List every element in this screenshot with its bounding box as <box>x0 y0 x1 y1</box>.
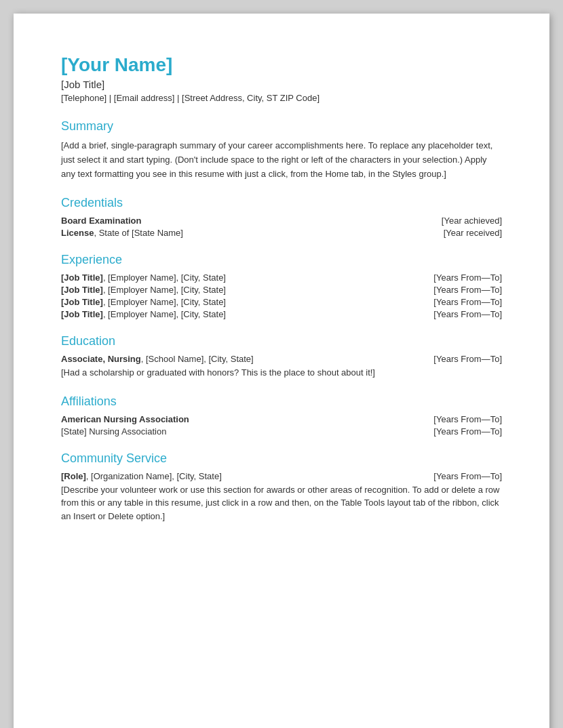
education-section: Education Associate, Nursing, [School Na… <box>61 334 502 380</box>
affiliations-title: Affiliations <box>61 395 502 409</box>
affiliation-item-2: [State] Nursing Association <box>61 426 166 437</box>
affiliation-item-1: American Nursing Association <box>61 414 189 424</box>
community-service-section: Community Service [Role], [Organization … <box>61 451 502 523</box>
experience-row-2: [Job Title], [Employer Name], [City, Sta… <box>61 285 502 295</box>
resume-page: [Your Name] [Job Title] [Telephone] | [E… <box>14 14 549 728</box>
education-row-1: Associate, Nursing, [School Name], [City… <box>61 354 502 364</box>
experience-row-3: [Job Title], [Employer Name], [City, Sta… <box>61 297 502 307</box>
header-section: [Your Name] [Job Title] [Telephone] | [E… <box>61 54 502 103</box>
credentials-row-2: License, State of [State Name] [Year rec… <box>61 228 502 238</box>
credentials-title: Credentials <box>61 196 502 210</box>
credentials-item-2-right: [Year received] <box>444 228 502 238</box>
credentials-section: Credentials Board Examination [Year achi… <box>61 196 502 238</box>
cs-right-1: [Years From—To] <box>433 471 502 481</box>
edu-right-1: [Years From—To] <box>433 354 502 364</box>
experience-row-4: [Job Title], [Employer Name], [City, Sta… <box>61 309 502 319</box>
exp-right-1: [Years From—To] <box>433 272 502 283</box>
experience-row-1: [Job Title], [Employer Name], [City, Sta… <box>61 272 502 283</box>
summary-title: Summary <box>61 119 502 134</box>
contact-field: [Telephone] | [Email address] | [Street … <box>61 93 502 103</box>
credentials-item-1-bold: Board Examination <box>61 216 141 226</box>
affiliations-section: Affiliations American Nursing Associatio… <box>61 395 502 437</box>
community-service-row-1: [Role], [Organization Name], [City, Stat… <box>61 471 502 481</box>
credentials-row-1: Board Examination [Year achieved] <box>61 216 502 226</box>
affiliation-right-1: [Years From—To] <box>433 414 502 424</box>
exp-right-2: [Years From—To] <box>433 285 502 295</box>
credentials-item-1-right: [Year achieved] <box>442 216 502 226</box>
job-title-field: [Job Title] <box>61 79 502 90</box>
exp-right-4: [Years From—To] <box>433 309 502 319</box>
experience-title: Experience <box>61 253 502 267</box>
education-note: [Had a scholarship or graduated with hon… <box>61 366 502 380</box>
affiliation-right-2: [Years From—To] <box>433 426 502 437</box>
summary-text: [Add a brief, single-paragraph summary o… <box>61 139 502 181</box>
community-service-title: Community Service <box>61 451 502 466</box>
community-service-note: [Describe your volunteer work or use thi… <box>61 483 502 523</box>
affiliations-row-2: [State] Nursing Association [Years From—… <box>61 426 502 437</box>
summary-section: Summary [Add a brief, single-paragraph s… <box>61 119 502 181</box>
experience-section: Experience [Job Title], [Employer Name],… <box>61 253 502 319</box>
name-field: [Your Name] <box>61 54 502 76</box>
affiliations-row-1: American Nursing Association [Years From… <box>61 414 502 424</box>
education-title: Education <box>61 334 502 348</box>
credentials-item-2-bold: License <box>61 228 94 238</box>
exp-right-3: [Years From—To] <box>433 297 502 307</box>
credentials-item-2-normal: , State of [State Name] <box>94 228 183 238</box>
